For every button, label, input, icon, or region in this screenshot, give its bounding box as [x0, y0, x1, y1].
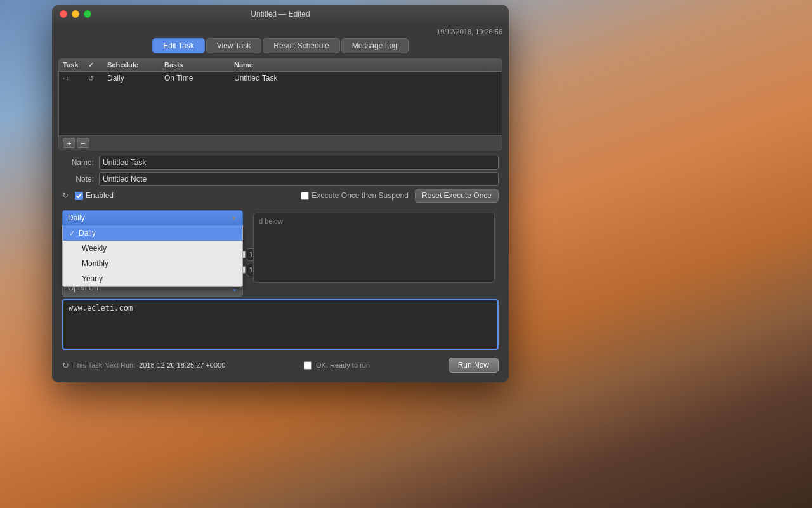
maximize-button[interactable] [84, 10, 91, 18]
run-now-button[interactable]: Run Now [449, 358, 499, 373]
status-text: OK. Ready to run [316, 361, 370, 369]
task-table: Task ✓ Schedule Basis Name • 1 ↺ Daily O… [58, 58, 502, 150]
action-down-icon[interactable]: ▼ [232, 288, 237, 293]
tab-bar: Edit Task View Task Result Schedule Mess… [58, 38, 502, 53]
execute-once-label[interactable]: Execute Once then Suspend [301, 191, 409, 200]
refresh-icon: ↻ [62, 191, 69, 200]
schedule-dropdown: Daily ▼ ✓ Daily Weekly Monthly [62, 210, 499, 225]
schedule-selected-label: Daily [68, 213, 85, 222]
col-check: ✓ [88, 61, 107, 69]
next-run-value: 2018-12-20 18:25:27 +0000 [139, 361, 225, 369]
next-run-label: This Task Next Run: [73, 361, 135, 369]
add-remove-bar: + − [59, 135, 502, 150]
controls-row: ↻ Enabled Execute Once then Suspend Rese… [58, 189, 502, 203]
bottom-bar: ↻ This Task Next Run: 2018-12-20 18:25:2… [58, 354, 502, 376]
task-name: Untitled Task [234, 74, 498, 83]
titlebar: Untitled — Edited [52, 5, 509, 23]
schedule-dropdown-container: Daily ▼ ✓ Daily Weekly Monthly [62, 210, 499, 225]
name-row: Name: [58, 156, 502, 170]
next-run-refresh-icon: ↻ [62, 361, 69, 370]
execute-once-checkbox[interactable] [301, 192, 309, 200]
task-schedule: Daily [107, 74, 164, 83]
enabled-checkbox[interactable] [75, 192, 83, 200]
dropdown-arrow-icon: ▼ [231, 215, 237, 222]
schedule-dropdown-list: ✓ Daily Weekly Monthly Yearly [62, 225, 243, 287]
task-number: • 1 [63, 76, 88, 81]
col-task: Task [63, 61, 88, 69]
dropdown-item-monthly[interactable]: Monthly [63, 256, 242, 271]
tab-edit-task[interactable]: Edit Task [152, 38, 204, 53]
task-basis: On Time [164, 74, 234, 83]
note-row: Note: [58, 172, 502, 186]
reset-execute-once-button[interactable]: Reset Execute Once [415, 189, 499, 203]
add-task-button[interactable]: + [63, 138, 75, 148]
dropdown-item-weekly[interactable]: Weekly [63, 241, 242, 256]
remove-task-button[interactable]: − [77, 138, 89, 148]
status-row: OK. Ready to run [304, 361, 370, 370]
dropdown-item-daily[interactable]: ✓ Daily [63, 225, 242, 241]
col-basis: Basis [164, 61, 234, 69]
checkmark-icon: ✓ [69, 229, 75, 237]
enabled-checkbox-label[interactable]: Enabled [75, 191, 114, 200]
note-label: Note: [62, 175, 94, 184]
note-input[interactable] [99, 172, 499, 186]
traffic-lights [60, 10, 91, 18]
next-run-row: ↻ This Task Next Run: 2018-12-20 18:25:2… [62, 361, 225, 370]
table-header: Task ✓ Schedule Basis Name [59, 59, 502, 72]
name-input[interactable] [99, 156, 499, 170]
main-window: Untitled — Edited 19/12/2018, 19:26:56 E… [52, 5, 509, 382]
schedule-dropdown-button[interactable]: Daily ▼ [62, 210, 243, 225]
minimize-button[interactable] [72, 10, 79, 18]
form-section: Name: Note: ↻ Enabled Execute Once then … [58, 153, 502, 208]
status-checkbox[interactable] [304, 361, 312, 370]
tab-result-schedule[interactable]: Result Schedule [263, 38, 339, 53]
dropdown-item-yearly[interactable]: Yearly [63, 271, 242, 286]
close-button[interactable] [60, 10, 67, 18]
window-title: Untitled — Edited [251, 10, 310, 18]
table-body: • 1 ↺ Daily On Time Untitled Task [59, 72, 502, 135]
url-textarea-wrap: www.ecleti.com [62, 299, 499, 352]
datetime-display: 19/12/2018, 19:26:56 [58, 28, 502, 36]
col-schedule: Schedule [107, 61, 164, 69]
tab-view-task[interactable]: View Task [206, 38, 262, 53]
task-status-icon: ↺ [88, 74, 107, 83]
tab-message-log[interactable]: Message Log [341, 38, 409, 53]
url-textarea[interactable]: www.ecleti.com [62, 299, 499, 350]
col-name: Name [234, 61, 498, 69]
window-content: 19/12/2018, 19:26:56 Edit Task View Task… [52, 23, 509, 382]
table-row[interactable]: • 1 ↺ Daily On Time Untitled Task [59, 72, 502, 84]
name-label: Name: [62, 158, 94, 167]
